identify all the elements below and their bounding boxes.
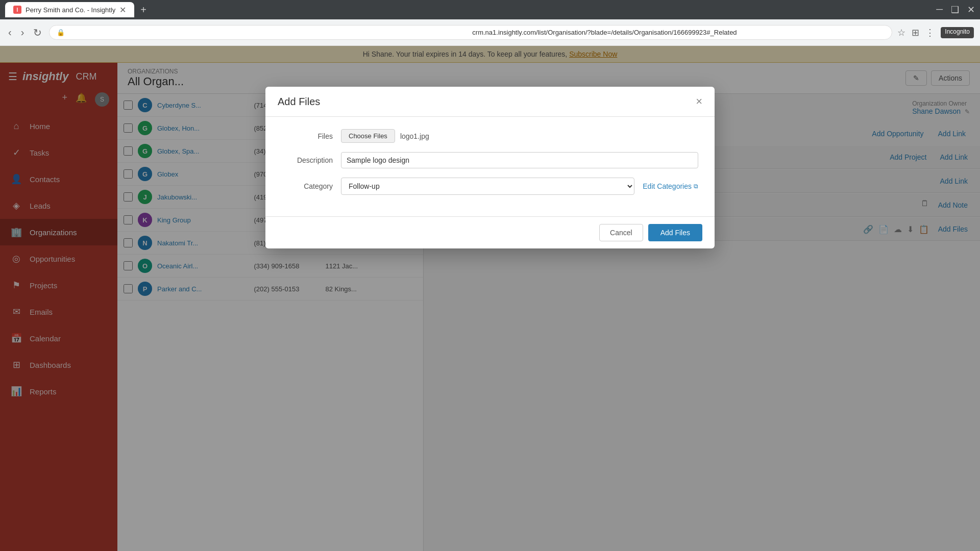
browser-nav-icons: ☆ ⊞ ⋮ Incognito <box>897 27 974 38</box>
files-label: Files <box>282 132 333 140</box>
description-input[interactable] <box>341 152 698 168</box>
edit-categories-label: Edit Categories <box>643 182 692 190</box>
edit-categories-link[interactable]: Edit Categories ⧉ <box>643 182 698 190</box>
refresh-button[interactable]: ↻ <box>31 24 44 41</box>
url-text: crm.na1.insightly.com/list/Organisation/… <box>472 29 885 36</box>
tab-close-icon[interactable]: ✕ <box>119 5 126 15</box>
files-form-row: Files Choose Files logo1.jpg <box>282 129 698 143</box>
modal-footer: Cancel Add Files <box>265 216 715 248</box>
add-files-modal: Add Files × Files Choose Files logo1.jpg… <box>265 87 715 248</box>
description-form-row: Description <box>282 152 698 168</box>
tab-title: Perry Smith and Co. - Insightly <box>26 6 115 14</box>
cancel-button[interactable]: Cancel <box>599 224 643 241</box>
modal-body: Files Choose Files logo1.jpg Description… <box>265 117 715 216</box>
address-bar[interactable]: 🔒 crm.na1.insightly.com/list/Organisatio… <box>49 25 892 40</box>
incognito-badge: Incognito <box>941 27 974 38</box>
modal-close-button[interactable]: × <box>696 95 702 108</box>
new-tab-button[interactable]: + <box>140 4 146 16</box>
browser-nav: ‹ › ↻ 🔒 crm.na1.insightly.com/list/Organ… <box>0 19 980 46</box>
back-button[interactable]: ‹ <box>6 24 14 40</box>
extensions-icon[interactable]: ⊞ <box>912 27 919 38</box>
modal-header: Add Files × <box>265 87 715 117</box>
minimize-icon[interactable]: ─ <box>936 4 943 15</box>
description-label: Description <box>282 156 333 164</box>
settings-icon[interactable]: ⋮ <box>925 27 935 38</box>
tab-favicon: I <box>13 6 21 14</box>
file-name-display: logo1.jpg <box>400 132 429 140</box>
browser-tab[interactable]: I Perry Smith and Co. - Insightly ✕ <box>5 2 134 17</box>
modal-overlay: Add Files × Files Choose Files logo1.jpg… <box>0 46 980 551</box>
category-select[interactable]: Follow-up General Contract Invoice Propo… <box>341 178 634 195</box>
close-window-icon[interactable]: ✕ <box>967 4 975 15</box>
title-bar: I Perry Smith and Co. - Insightly ✕ + ─ … <box>0 0 980 19</box>
maximize-icon[interactable]: ❑ <box>951 4 959 15</box>
edit-categories-icon: ⧉ <box>694 183 698 190</box>
bookmark-icon[interactable]: ☆ <box>897 27 905 38</box>
modal-title: Add Files <box>278 96 320 108</box>
browser-chrome: I Perry Smith and Co. - Insightly ✕ + ─ … <box>0 0 980 46</box>
add-files-submit-button[interactable]: Add Files <box>648 224 702 241</box>
category-label: Category <box>282 182 333 190</box>
forward-button[interactable]: › <box>19 24 27 40</box>
category-form-row: Category Follow-up General Contract Invo… <box>282 178 698 195</box>
file-input-area: Choose Files logo1.jpg <box>341 129 429 143</box>
choose-files-button[interactable]: Choose Files <box>341 129 395 143</box>
